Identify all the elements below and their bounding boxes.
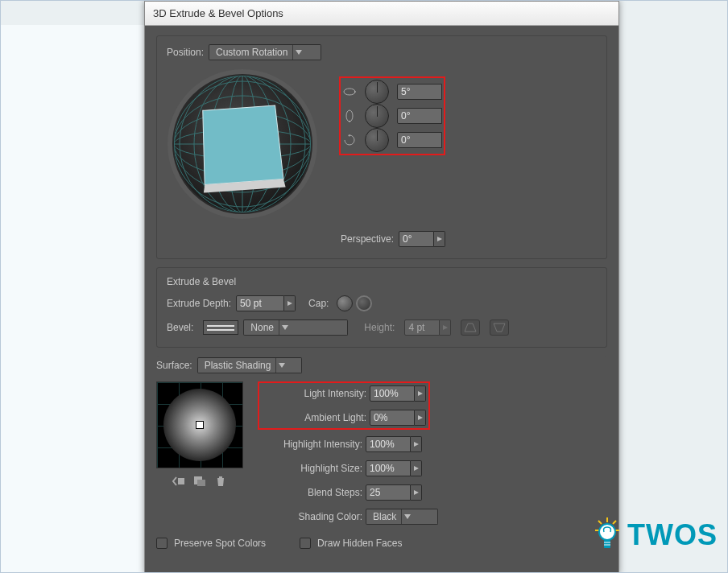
chevron-down-icon <box>279 320 290 335</box>
rotation-trackball[interactable] <box>167 68 318 220</box>
move-light-back-icon[interactable] <box>172 475 186 488</box>
delete-light-icon[interactable] <box>213 475 228 488</box>
rotate-x-dial[interactable] <box>365 80 389 104</box>
shading-color-value: Black <box>373 511 396 522</box>
light-intensity-input[interactable] <box>370 385 415 402</box>
rotate-y-field[interactable] <box>397 108 442 124</box>
window-titlebar[interactable]: 3D Extrude & Bevel Options <box>145 2 618 26</box>
surface-fields: Light Intensity: Ambient Light: <box>258 381 607 533</box>
svg-point-25 <box>599 524 615 540</box>
bevel-dropdown-value: None <box>250 322 274 333</box>
extrude-depth-input[interactable] <box>236 295 284 311</box>
rotation-highlight <box>339 76 445 155</box>
chevron-down-icon <box>275 358 287 373</box>
svg-point-15 <box>344 89 355 95</box>
bevel-swatch <box>203 320 238 335</box>
ambient-light-input[interactable] <box>370 410 415 426</box>
svg-line-22 <box>613 521 616 524</box>
light-highlight: Light Intensity: Ambient Light: <box>258 381 430 430</box>
svg-marker-13 <box>200 105 283 185</box>
light-intensity-stepper[interactable] <box>415 385 426 402</box>
shading-color-label: Shading Color: <box>258 511 362 522</box>
window-title: 3D Extrude & Bevel Options <box>153 7 283 19</box>
rotate-x-input[interactable] <box>397 84 442 100</box>
extrude-bevel-group: Extrude & Bevel Extrude Depth: Cap: Beve… <box>156 267 607 348</box>
blend-steps-label: Blend Steps: <box>258 487 362 498</box>
light-preview[interactable] <box>156 381 243 468</box>
light-preview-panel <box>156 381 243 533</box>
svg-rect-19 <box>197 480 205 486</box>
highlight-size-stepper[interactable] <box>411 460 422 476</box>
new-light-icon[interactable] <box>192 475 207 488</box>
dialog-window: 3D Extrude & Bevel Options Position: Cus… <box>144 1 619 573</box>
svg-rect-17 <box>178 478 184 484</box>
extrude-bevel-label: Extrude & Bevel <box>167 276 597 287</box>
highlight-size-input[interactable] <box>366 460 411 476</box>
ambient-light-field[interactable] <box>370 410 426 426</box>
perspective-stepper[interactable] <box>434 231 445 247</box>
bevel-label: Bevel: <box>167 322 193 333</box>
watermark-text: TWOS <box>627 518 718 552</box>
surface-label: Surface: <box>156 360 192 371</box>
page-background-strip <box>1 25 144 572</box>
preserve-spot-checkbox[interactable] <box>156 538 168 549</box>
light-intensity-label: Light Intensity: <box>262 388 366 399</box>
bevel-dropdown[interactable]: None <box>243 319 348 336</box>
blend-steps-input[interactable] <box>366 484 411 501</box>
bevel-height-field <box>404 319 451 336</box>
perspective-label: Perspective: <box>341 233 394 245</box>
position-dropdown-value: Custom Rotation <box>216 47 287 58</box>
extrude-depth-stepper[interactable] <box>284 295 296 311</box>
watermark: TWOS <box>594 516 718 554</box>
highlight-size-field[interactable] <box>366 460 422 476</box>
rotate-z-dial[interactable] <box>365 128 389 152</box>
perspective-input[interactable] <box>399 231 434 247</box>
cap-off-button[interactable] <box>356 295 372 311</box>
draw-hidden-checkbox[interactable] <box>300 538 311 549</box>
blend-steps-field[interactable] <box>366 484 422 501</box>
blend-steps-stepper[interactable] <box>411 484 422 501</box>
highlight-intensity-label: Highlight Intensity: <box>258 439 362 450</box>
rotate-y-icon <box>342 109 357 123</box>
rotate-y-input[interactable] <box>397 108 442 124</box>
surface-dropdown[interactable]: Plastic Shading <box>197 357 302 373</box>
highlight-intensity-field[interactable] <box>366 436 422 452</box>
chevron-down-icon <box>401 509 412 524</box>
bevel-height-input <box>404 319 440 336</box>
bevel-height-label: Height: <box>364 322 395 333</box>
rotate-y-dial[interactable] <box>365 104 389 128</box>
highlight-intensity-stepper[interactable] <box>411 436 422 452</box>
position-group: Position: Custom Rotation <box>156 35 607 259</box>
bevel-out-icon <box>490 319 509 336</box>
surface-dropdown-value: Plastic Shading <box>205 360 271 371</box>
bevel-height-stepper <box>440 319 451 336</box>
cap-on-button[interactable] <box>337 295 353 311</box>
highlight-size-label: Highlight Size: <box>258 463 362 474</box>
svg-line-21 <box>598 521 602 524</box>
extrude-depth-label: Extrude Depth: <box>167 298 231 309</box>
cap-label: Cap: <box>308 298 329 309</box>
svg-rect-26 <box>604 540 610 548</box>
rotate-z-icon <box>342 133 357 147</box>
extrude-depth-field[interactable] <box>236 295 296 311</box>
rotate-x-icon <box>342 85 357 99</box>
light-handle[interactable] <box>196 421 204 429</box>
position-label: Position: <box>167 47 204 58</box>
position-dropdown[interactable]: Custom Rotation <box>209 44 321 60</box>
rotation-inputs <box>339 68 445 220</box>
lightbulb-icon <box>594 516 621 554</box>
light-intensity-field[interactable] <box>370 385 426 402</box>
dialog-body: Position: Custom Rotation <box>145 26 618 567</box>
draw-hidden-label: Draw Hidden Faces <box>317 538 402 549</box>
ambient-light-label: Ambient Light: <box>262 412 366 423</box>
preserve-spot-label: Preserve Spot Colors <box>174 538 266 549</box>
surface-group: Surface: Plastic Shading <box>156 356 607 549</box>
rotate-x-field[interactable] <box>397 84 442 100</box>
perspective-field[interactable] <box>399 231 445 247</box>
svg-point-16 <box>346 110 353 122</box>
ambient-light-stepper[interactable] <box>415 410 426 426</box>
highlight-intensity-input[interactable] <box>366 436 411 452</box>
rotate-z-input[interactable] <box>397 132 442 148</box>
rotate-z-field[interactable] <box>397 132 442 148</box>
shading-color-dropdown[interactable]: Black <box>366 509 438 525</box>
